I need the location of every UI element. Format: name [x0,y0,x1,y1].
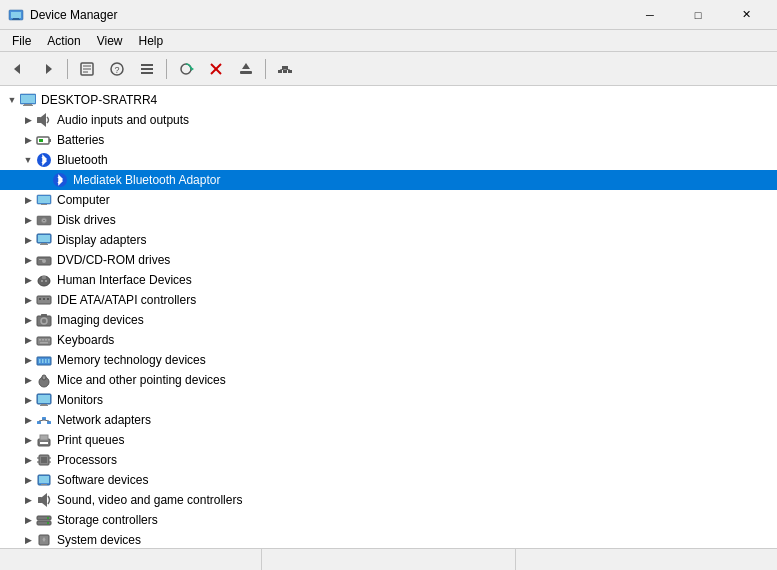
tree-item-audio[interactable]: ▶ Audio inputs and outputs [0,110,777,130]
collapse-arrow[interactable]: ▶ [20,412,36,428]
collapse-arrow[interactable]: ▶ [20,232,36,248]
toolbar-update-driver[interactable] [232,56,260,82]
collapse-arrow[interactable]: ▶ [20,292,36,308]
tree-item-disk[interactable]: ▶ Disk drives [0,210,777,230]
svg-line-84 [39,420,44,421]
svg-rect-19 [240,71,252,74]
item-label: Network adapters [57,413,151,427]
item-label: Disk drives [57,213,116,227]
item-icon [36,492,54,508]
menu-bar: File Action View Help [0,30,777,52]
collapse-arrow[interactable]: ▶ [20,512,36,528]
item-label: Sound, video and game controllers [57,493,242,507]
svg-line-25 [280,69,285,70]
svg-point-44 [43,220,45,222]
tree-item-root[interactable]: ▼ DESKTOP-SRATRR4 [0,90,777,110]
collapse-arrow[interactable]: ▶ [20,112,36,128]
tree-item-monitors[interactable]: ▶ Monitors [0,390,777,410]
collapse-arrow[interactable]: ▶ [20,212,36,228]
tree-item-imaging[interactable]: ▶ Imaging devices [0,310,777,330]
item-label: DVD/CD-ROM drives [57,253,170,267]
menu-action[interactable]: Action [39,32,88,50]
collapse-arrow[interactable]: ▶ [20,392,36,408]
collapse-arrow[interactable]: ▶ [20,432,36,448]
tree-item-storage[interactable]: ▶ Storage controllers [0,510,777,530]
title-bar-controls: ─ □ ✕ [627,0,769,30]
tree-item-system[interactable]: ▶ System devices [0,530,777,548]
item-label: Batteries [57,133,104,147]
tree-item-memory[interactable]: ▶ Memory technology devices [0,350,777,370]
item-icon [20,92,38,108]
tree-item-sound[interactable]: ▶ Sound, video and game controllers [0,490,777,510]
status-bar [0,548,777,570]
item-icon [36,532,54,548]
collapse-arrow[interactable]: ▶ [20,352,36,368]
tree-item-bluetooth[interactable]: ▼ Bluetooth [0,150,777,170]
minimize-button[interactable]: ─ [627,0,673,30]
tree-item-software[interactable]: ▶ Software devices [0,470,777,490]
svg-rect-90 [41,457,47,463]
tree-item-computer[interactable]: ▶ Computer [0,190,777,210]
tree-item-mice[interactable]: ▶ Mice and other pointing devices [0,370,777,390]
toolbar-scan[interactable] [172,56,200,82]
item-label: Storage controllers [57,513,158,527]
tree-item-hid[interactable]: ▶ Human Interface Devices [0,270,777,290]
item-label: Print queues [57,433,124,447]
tree-item-processors[interactable]: ▶ Processors [0,450,777,470]
toolbar-properties[interactable] [73,56,101,82]
tree-item-dvd[interactable]: ▶ DVD/CD-ROM drives [0,250,777,270]
svg-rect-29 [21,95,35,103]
menu-help[interactable]: Help [131,32,172,50]
collapse-arrow[interactable]: ▶ [20,272,36,288]
toolbar-uninstall[interactable] [202,56,230,82]
toolbar-help[interactable]: ? [103,56,131,82]
item-label: Keyboards [57,333,114,347]
svg-rect-73 [48,359,50,363]
menu-file[interactable]: File [4,32,39,50]
svg-point-102 [47,517,49,519]
collapse-arrow[interactable]: ▶ [20,472,36,488]
toolbar-view-list[interactable] [133,56,161,82]
collapse-arrow[interactable]: ▶ [20,252,36,268]
toolbar-network[interactable] [271,56,299,82]
svg-rect-81 [37,421,41,424]
collapse-arrow[interactable]: ▶ [20,192,36,208]
svg-rect-47 [41,243,47,244]
close-button[interactable]: ✕ [723,0,769,30]
svg-rect-63 [37,337,51,345]
tree-item-print[interactable]: ▶ Print queues [0,430,777,450]
toolbar-back[interactable] [4,56,32,82]
collapse-arrow[interactable]: ▶ [20,532,36,548]
svg-line-85 [44,420,49,421]
svg-rect-98 [38,497,42,503]
collapse-arrow[interactable]: ▶ [20,132,36,148]
tree-item-bt-adapter[interactable]: Mediatek Bluetooth Adaptor [0,170,777,190]
tree-item-ide[interactable]: ▶ IDE ATA/ATAPI controllers [0,290,777,310]
item-label: Imaging devices [57,313,144,327]
tree-item-keyboards[interactable]: ▶ Keyboards [0,330,777,350]
item-icon [36,372,54,388]
menu-view[interactable]: View [89,32,131,50]
collapse-arrow[interactable]: ▶ [20,492,36,508]
svg-line-26 [285,69,290,70]
tree-item-display-adapters[interactable]: ▶ Display adapters [0,230,777,250]
device-tree[interactable]: ▼ DESKTOP-SRATRR4 ▶ Audio inputs and out… [0,86,777,548]
tree-item-batteries[interactable]: ▶ Batteries [0,130,777,150]
maximize-button[interactable]: □ [675,0,721,30]
item-icon [36,192,54,208]
collapse-arrow[interactable]: ▶ [20,312,36,328]
collapse-arrow[interactable]: ▶ [20,372,36,388]
tree-item-network[interactable]: ▶ Network adapters [0,410,777,430]
expand-arrow[interactable]: ▼ [4,92,20,108]
item-label: Mediatek Bluetooth Adaptor [73,173,220,187]
svg-rect-68 [40,342,48,344]
expand-arrow[interactable]: ▼ [20,152,36,168]
svg-rect-1 [11,12,21,18]
svg-rect-2 [13,18,19,19]
toolbar-forward[interactable] [34,56,62,82]
collapse-arrow[interactable]: ▶ [20,332,36,348]
app-icon [8,7,24,23]
svg-rect-51 [39,259,43,260]
svg-rect-12 [141,64,153,66]
collapse-arrow[interactable]: ▶ [20,452,36,468]
